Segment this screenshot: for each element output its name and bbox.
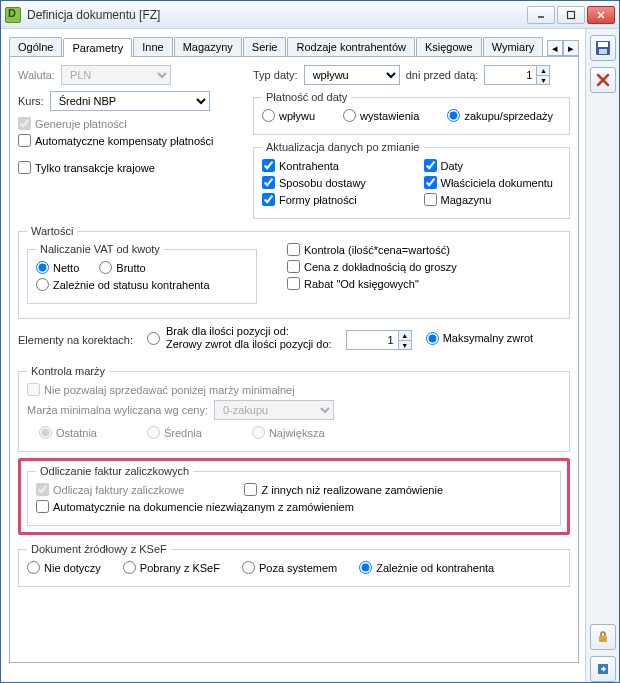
ksef-group: Dokument źródłowy z KSeF Nie dotyczy Pob… [18, 543, 570, 587]
odliczanie-highlight: Odliczanie faktur zaliczkowych Odliczaj … [18, 458, 570, 535]
korekty-brak-radio[interactable]: Brak dla ilości pozycji od:Zerowy zwrot … [147, 325, 332, 351]
save-button[interactable] [590, 35, 616, 61]
zinnych-check[interactable]: Z innych niż realizowane zamówienie [244, 483, 443, 496]
kurs-select[interactable]: Średni NBP [50, 91, 210, 111]
dni-przed-label: dni przed datą: [406, 69, 479, 81]
tab-wymiary[interactable]: Wymiary [483, 37, 544, 56]
ksef-niedotyczy-radio[interactable]: Nie dotyczy [27, 561, 101, 574]
ksef-zaleznie-radio[interactable]: Zależnie od kontrahenta [359, 561, 494, 574]
titlebar: Definicja dokumentu [FZ] [1, 1, 619, 29]
akt-sposobu-check[interactable]: Sposobu dostawy [262, 176, 400, 189]
tab-inne[interactable]: Inne [133, 37, 172, 56]
wartosci-group: Wartości Naliczanie VAT od kwoty Netto B… [18, 225, 570, 319]
tab-rodzaje[interactable]: Rodzaje kontrahentów [287, 37, 414, 56]
apply-button[interactable] [590, 656, 616, 682]
dni-przed-spin[interactable]: ▲▼ [484, 65, 550, 85]
window-title: Definicja dokumentu [FZ] [27, 8, 527, 22]
odliczanie-group: Odliczanie faktur zaliczkowych Odliczaj … [27, 465, 561, 526]
rabat-check[interactable]: Rabat "Od księgowych" [287, 277, 561, 290]
tylko-krajowe-check[interactable]: Tylko transakcje krajowe [18, 161, 233, 174]
tab-scroll-left[interactable]: ◂ [547, 40, 563, 56]
akt-daty-check[interactable]: Daty [424, 159, 562, 172]
tab-ogolne[interactable]: Ogólne [9, 37, 62, 56]
tab-bar: Ogólne Parametry Inne Magazyny Serie Rod… [9, 35, 579, 57]
minimize-button[interactable] [527, 6, 555, 24]
app-icon [5, 7, 21, 23]
tab-content: Waluta: PLN Kurs: Średni NBP Generuje pł… [9, 57, 579, 663]
svg-rect-5 [598, 42, 608, 47]
tab-scroll-right[interactable]: ▸ [563, 40, 579, 56]
typ-daty-select[interactable]: wpływu [304, 65, 400, 85]
spin-down-icon[interactable]: ▼ [398, 340, 412, 350]
auto-odliczanie-check[interactable]: Automatycznie na dokumencie niezwiązanym… [36, 500, 552, 513]
spin-up-icon[interactable]: ▲ [398, 330, 412, 340]
ostatnia-radio: Ostatnia [39, 426, 97, 439]
cena-dokladnosc-check[interactable]: Cena z dokładnością do groszy [287, 260, 561, 273]
close-button[interactable] [587, 6, 615, 24]
korekty-spin[interactable]: ▲▼ [346, 330, 412, 350]
tab-serie[interactable]: Serie [243, 37, 287, 56]
pod-zakupu-radio[interactable]: zakupu/sprzedaży [447, 109, 553, 122]
lock-icon [596, 630, 610, 644]
spin-up-icon[interactable]: ▲ [536, 65, 550, 75]
akt-formy-check[interactable]: Formy płatności [262, 193, 400, 206]
generuje-platnosci-check: Generuje płatności [18, 117, 233, 130]
akt-kontrahenta-check[interactable]: Kontrahenta [262, 159, 400, 172]
korekty-label: Elementy na korektach: [18, 334, 133, 346]
brutto-radio[interactable]: Brutto [99, 261, 145, 274]
netto-radio[interactable]: Netto [36, 261, 79, 274]
svg-rect-9 [599, 636, 607, 642]
svg-rect-1 [568, 11, 575, 18]
pod-wplywu-radio[interactable]: wpływu [262, 109, 315, 122]
marza-min-select: 0-zakupu [214, 400, 334, 420]
arrow-right-icon [596, 662, 610, 676]
typ-daty-label: Typ daty: [253, 69, 298, 81]
kontrola-check[interactable]: Kontrola (ilość*cena=wartość) [287, 243, 561, 256]
tab-magazyny[interactable]: Magazyny [174, 37, 242, 56]
akt-magazynu-check[interactable]: Magazynu [424, 193, 562, 206]
kurs-label: Kurs: [18, 95, 44, 107]
sidebar [585, 29, 619, 682]
auto-kompensaty-check[interactable]: Automatyczne kompensaty płatności [18, 134, 233, 147]
aktualizacja-group: Aktualizacja danych po zmianie Kontrahen… [253, 141, 570, 219]
naliczanie-group: Naliczanie VAT od kwoty Netto Brutto Zal… [27, 243, 257, 304]
spin-down-icon[interactable]: ▼ [536, 75, 550, 85]
odliczaj-check: Odliczaj faktury zaliczkowe [36, 483, 184, 496]
waluta-select: PLN [61, 65, 171, 85]
tab-ksiegowe[interactable]: Księgowe [416, 37, 482, 56]
tab-parametry[interactable]: Parametry [63, 38, 132, 57]
najwieksza-radio: Największa [252, 426, 325, 439]
waluta-label: Waluta: [18, 69, 55, 81]
zaleznie-radio[interactable]: Zależnie od statusu kontrahenta [36, 278, 248, 291]
platnosc-od-daty-group: Płatność od daty wpływu wystawienia zaku… [253, 91, 570, 135]
srednia-radio: Średnia [147, 426, 202, 439]
nie-pozwalaj-check: Nie pozwalaj sprzedawać poniżej marży mi… [27, 383, 561, 396]
lock-button[interactable] [590, 624, 616, 650]
korekty-max-radio[interactable]: Maksymalny zwrot [426, 332, 533, 345]
window: Definicja dokumentu [FZ] Ogólne Parametr… [0, 0, 620, 683]
akt-wlasciciela-check[interactable]: Właściciela dokumentu [424, 176, 562, 189]
floppy-icon [595, 40, 611, 56]
maximize-button[interactable] [557, 6, 585, 24]
delete-button[interactable] [590, 67, 616, 93]
x-icon [596, 73, 610, 87]
ksef-poza-radio[interactable]: Poza systemem [242, 561, 337, 574]
ksef-pobrany-radio[interactable]: Pobrany z KSeF [123, 561, 220, 574]
marza-min-label: Marża minimalna wyliczana wg ceny: [27, 404, 208, 416]
svg-rect-6 [599, 49, 607, 54]
marza-group: Kontrola marży Nie pozwalaj sprzedawać p… [18, 365, 570, 452]
pod-wystawienia-radio[interactable]: wystawienia [343, 109, 419, 122]
